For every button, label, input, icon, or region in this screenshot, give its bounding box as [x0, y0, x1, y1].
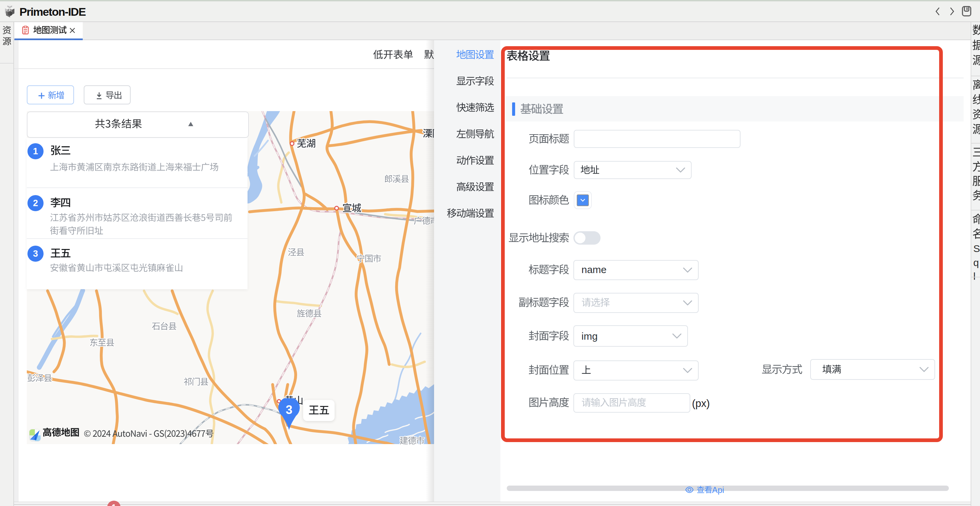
svg-text:3: 3	[286, 403, 293, 417]
